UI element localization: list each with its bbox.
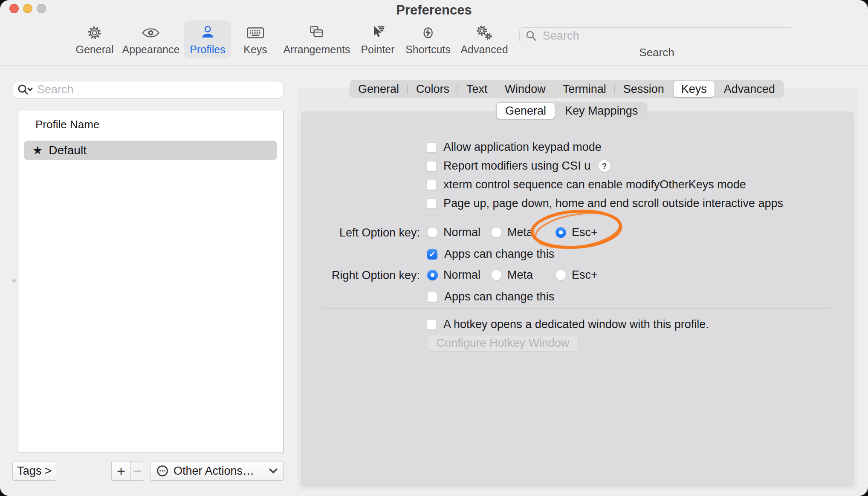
toolbar-item-label: General [76,43,114,56]
toolbar-item-label: Appearance [122,43,180,56]
toolbar-item-pointer[interactable]: Pointer [355,20,400,58]
toolbar: General Appearance Profiles [0,19,868,65]
row-page-scroll: Page up, page down, home and end scroll … [426,197,783,210]
search-scope-icon [17,83,33,97]
help-button[interactable]: ? [598,160,610,172]
hotkey-checkbox[interactable] [426,320,437,330]
search-icon [525,29,538,42]
profile-row-default[interactable]: ★ Default [24,141,277,160]
right-apps-change-checkbox[interactable] [427,292,437,302]
right-option-caption: Right Option key: [249,269,420,282]
tab-advanced[interactable]: Advanced [715,80,784,98]
profile-list: Profile Name ★ Default [18,110,284,453]
toolbar-item-label: Keys [243,43,267,56]
left-option-caption: Left Option key: [249,226,420,239]
gears-icon [475,23,494,43]
tags-button[interactable]: Tags > [12,461,56,481]
row-left-apps-change: Apps can change this [427,248,554,261]
left-option-esc: Esc+ [556,226,598,239]
window-title: Preferences [0,3,868,18]
left-normal-radio[interactable] [427,227,438,238]
subtab-key-mappings[interactable]: Key Mappings [556,102,647,120]
left-esc-radio[interactable] [556,227,566,238]
toolbar-search-caption: Search [519,46,794,59]
list-header-divider [18,137,283,137]
remove-profile-button[interactable]: − [131,461,144,480]
title-bar: Preferences [0,0,868,19]
toolbar-item-advanced[interactable]: Advanced [454,20,514,58]
toolbar-item-shortcuts[interactable]: Shortcuts [399,20,457,58]
row-modify-other-keys: xterm control sequence can enable modify… [426,178,746,191]
keys-subtabs: General Key Mappings [496,102,647,120]
section-divider [322,308,831,309]
page-scroll-label: Page up, page down, home and end scroll … [443,197,783,210]
right-meta-radio[interactable] [491,270,502,280]
left-option-normal: Normal [427,226,480,239]
preferences-window: Preferences General Appearance [0,0,868,496]
tab-general[interactable]: General [350,80,408,98]
ellipsis-circle-icon [156,464,169,478]
gear-icon [86,23,103,43]
other-actions-dropdown[interactable]: Other Actions… [150,461,284,481]
toolbar-item-label: Advanced [460,43,508,56]
modify-other-keys-label: xterm control sequence can enable modify… [443,178,746,191]
keyboard-icon [246,23,265,43]
keypad-mode-label: Allow application keypad mode [443,141,602,154]
profile-search-input[interactable] [36,83,280,97]
eye-icon [142,23,160,43]
bolt-icon [420,23,437,43]
row-keypad-mode: Allow application keypad mode [426,141,602,154]
toolbar-item-label: Pointer [361,43,394,56]
tab-colors[interactable]: Colors [408,80,458,98]
profile-name: Default [49,144,87,157]
add-profile-button[interactable]: + [112,461,131,480]
section-divider [322,216,831,216]
add-remove-group: + − [111,461,144,481]
page-scroll-checkbox[interactable] [426,199,437,209]
row-csi-u: Report modifiers using CSI u ? [426,159,610,173]
splitter-handle [12,279,16,283]
other-actions-label: Other Actions… [174,464,264,478]
toolbar-item-label: Shortcuts [405,43,451,56]
toolbar-item-keys[interactable]: Keys [237,20,273,58]
profile-list-header: Profile Name [35,118,99,131]
tab-terminal[interactable]: Terminal [554,80,615,98]
row-hotkey: A hotkey opens a dedicated window with t… [426,318,709,331]
profile-tabs: General Colors Text Window Terminal Sess… [350,80,784,98]
hotkey-label: A hotkey opens a dedicated window with t… [443,318,709,331]
toolbar-search-input[interactable] [542,29,789,43]
tab-text[interactable]: Text [458,80,496,98]
modify-other-keys-checkbox[interactable] [426,180,437,190]
toolbar-divider [0,65,868,66]
right-esc-radio[interactable] [556,270,566,280]
toolbar-item-label: Profiles [190,43,225,56]
csi-u-checkbox[interactable] [426,161,437,171]
left-meta-radio[interactable] [491,227,502,238]
tab-window[interactable]: Window [496,80,554,98]
toolbar-item-profiles[interactable]: Profiles [184,20,231,58]
subtab-general[interactable]: General [497,103,555,119]
toolbar-item-appearance[interactable]: Appearance [116,20,186,58]
configure-hotkey-button[interactable]: Configure Hotkey Window [427,335,579,352]
cursor-icon [369,23,386,43]
right-option-meta: Meta [491,268,533,282]
right-normal-radio[interactable] [427,270,438,280]
chevron-down-icon [269,468,278,474]
csi-u-label: Report modifiers using CSI u [443,159,590,173]
star-icon: ★ [32,144,43,157]
right-option-normal: Normal [427,268,480,282]
tab-keys[interactable]: Keys [674,81,715,97]
toolbar-item-arrangements[interactable]: Arrangements [277,20,356,58]
right-option-esc: Esc+ [556,268,598,282]
toolbar-item-label: Arrangements [283,43,350,56]
person-icon [199,23,216,43]
left-apps-change-checkbox[interactable] [427,249,437,260]
left-option-meta: Meta [491,226,533,239]
toolbar-search-field[interactable] [519,27,794,44]
tab-session[interactable]: Session [615,80,673,98]
profile-search-field[interactable] [13,81,284,98]
toolbar-item-general[interactable]: General [70,20,120,58]
windows-icon [307,23,326,43]
row-right-apps-change: Apps can change this [427,290,554,303]
keypad-mode-checkbox[interactable] [426,142,437,153]
